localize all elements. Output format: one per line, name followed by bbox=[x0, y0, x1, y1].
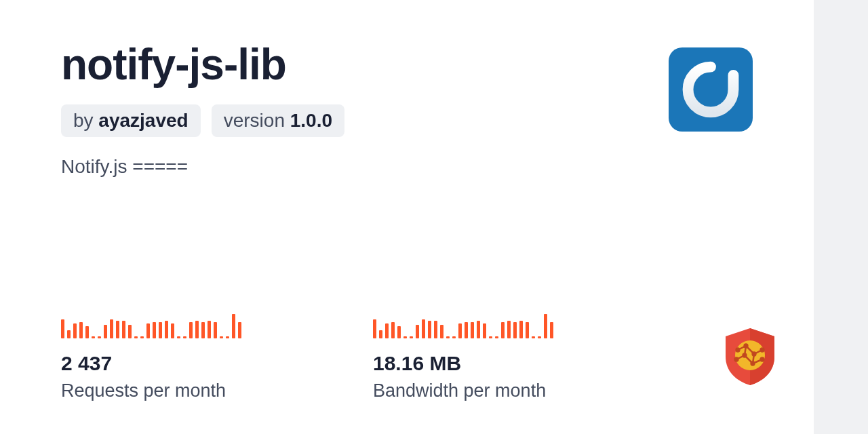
spark-bar bbox=[220, 336, 223, 338]
bandwidth-value: 18.16 MB bbox=[373, 352, 631, 375]
spark-bar bbox=[495, 336, 498, 338]
spark-bar bbox=[385, 323, 389, 338]
spark-bar bbox=[128, 325, 132, 338]
spark-bar bbox=[519, 321, 523, 338]
spark-bar bbox=[440, 325, 443, 338]
badges: by ayazjaved version 1.0.0 bbox=[61, 104, 344, 137]
spark-bar bbox=[513, 322, 517, 338]
spark-bar bbox=[489, 336, 492, 338]
svg-point-5 bbox=[761, 349, 764, 352]
requests-sparkline bbox=[61, 309, 319, 338]
package-description: Notify.js ===== bbox=[61, 156, 344, 178]
spark-bar bbox=[214, 322, 217, 338]
spark-bar bbox=[410, 336, 413, 338]
svg-point-4 bbox=[751, 362, 755, 366]
spark-bar bbox=[373, 319, 376, 338]
spark-bar bbox=[477, 321, 480, 338]
version-badge[interactable]: version 1.0.0 bbox=[212, 104, 344, 137]
author-name: ayazjaved bbox=[98, 110, 188, 131]
spark-bar bbox=[79, 322, 83, 338]
spark-bar bbox=[458, 323, 462, 338]
spark-bar bbox=[165, 321, 168, 338]
spark-bar bbox=[195, 321, 199, 338]
spark-bar bbox=[403, 336, 407, 338]
spark-bar bbox=[122, 321, 125, 338]
svg-point-6 bbox=[736, 349, 740, 352]
author-prefix: by bbox=[73, 110, 98, 131]
avatar-glyph-icon bbox=[681, 60, 741, 119]
bandwidth-sparkline bbox=[373, 309, 631, 338]
header-row: notify-js-lib by ayazjaved version 1.0.0… bbox=[61, 41, 753, 178]
spark-bar bbox=[532, 336, 535, 338]
spark-bar bbox=[189, 322, 193, 338]
spark-bar bbox=[73, 323, 77, 338]
spark-bar bbox=[134, 336, 138, 338]
spark-bar bbox=[550, 322, 553, 338]
spark-bar bbox=[146, 323, 150, 338]
spark-bar bbox=[110, 319, 113, 338]
spark-bar bbox=[85, 326, 89, 338]
spark-bar bbox=[238, 322, 241, 338]
spark-bar bbox=[92, 336, 95, 338]
spark-bar bbox=[153, 322, 156, 338]
spark-bar bbox=[104, 325, 107, 338]
spark-bar bbox=[483, 323, 486, 338]
spark-bar bbox=[501, 322, 505, 338]
shield-globe-icon bbox=[723, 327, 777, 387]
spark-bar bbox=[416, 325, 419, 338]
svg-point-7 bbox=[761, 358, 764, 361]
requests-stat: 2 437 Requests per month bbox=[61, 309, 319, 401]
spark-bar bbox=[452, 336, 456, 338]
spark-bar bbox=[465, 322, 468, 338]
spark-bar bbox=[446, 336, 450, 338]
package-title: notify-js-lib bbox=[61, 41, 344, 88]
spark-bar bbox=[507, 321, 511, 338]
spark-bar bbox=[428, 321, 431, 338]
bandwidth-stat: 18.16 MB Bandwidth per month bbox=[373, 309, 631, 401]
svg-point-8 bbox=[735, 358, 738, 361]
requests-label: Requests per month bbox=[61, 380, 319, 401]
spark-bar bbox=[391, 322, 395, 338]
spark-bar bbox=[526, 322, 529, 338]
version-value: 1.0.0 bbox=[290, 110, 332, 131]
spark-bar bbox=[159, 322, 162, 338]
spark-bar bbox=[208, 321, 211, 338]
stats-row: 2 437 Requests per month 18.16 MB Bandwi… bbox=[61, 309, 753, 401]
header-text: notify-js-lib by ayazjaved version 1.0.0… bbox=[61, 41, 344, 178]
svg-point-1 bbox=[745, 344, 748, 348]
author-badge[interactable]: by ayazjaved bbox=[61, 104, 201, 137]
spark-bar bbox=[232, 314, 235, 338]
spark-bar bbox=[171, 323, 174, 338]
svg-point-0 bbox=[735, 340, 765, 370]
spark-bar bbox=[397, 326, 401, 338]
avatar[interactable] bbox=[669, 47, 753, 132]
version-prefix: version bbox=[224, 110, 290, 131]
spark-bar bbox=[61, 319, 64, 338]
spark-bar bbox=[116, 321, 119, 338]
spark-bar bbox=[422, 319, 425, 338]
spark-bar bbox=[226, 336, 229, 338]
spark-bar bbox=[201, 322, 205, 338]
spark-bar bbox=[183, 336, 186, 338]
spark-bar bbox=[177, 336, 180, 338]
spark-bar bbox=[379, 330, 382, 338]
svg-point-2 bbox=[753, 353, 756, 356]
spark-bar bbox=[434, 321, 437, 338]
package-card: notify-js-lib by ayazjaved version 1.0.0… bbox=[0, 0, 814, 434]
requests-value: 2 437 bbox=[61, 352, 319, 375]
bandwidth-label: Bandwidth per month bbox=[373, 380, 631, 401]
spark-bar bbox=[140, 336, 144, 338]
spark-bar bbox=[471, 322, 474, 338]
spark-bar bbox=[98, 336, 101, 338]
spark-bar bbox=[538, 336, 541, 338]
spark-bar bbox=[544, 314, 547, 338]
svg-point-3 bbox=[743, 354, 747, 357]
spark-bar bbox=[67, 330, 71, 338]
